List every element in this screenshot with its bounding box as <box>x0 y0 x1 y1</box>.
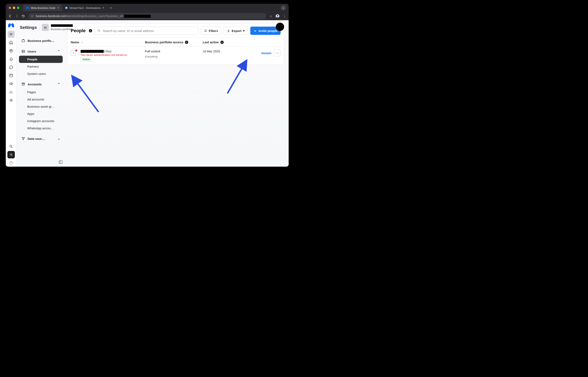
sidebar-item-system-users[interactable]: System users <box>19 70 63 77</box>
svg-rect-5 <box>33 16 33 17</box>
sidebar-item-apps[interactable]: Apps <box>19 110 63 117</box>
svg-point-23 <box>205 31 205 32</box>
caret-down-icon: ▾ <box>243 29 245 33</box>
chevron-down-icon: ⌄ <box>58 137 60 141</box>
rail-compass-icon[interactable] <box>7 47 15 54</box>
svg-point-21 <box>98 30 100 31</box>
rail-account-switcher[interactable]: M <box>7 31 15 38</box>
search-input-wrapper[interactable] <box>95 27 198 35</box>
rail-insights-icon[interactable] <box>7 88 15 96</box>
browser-titlebar: Meta Business Suite ✕ StreamYard - Desti… <box>6 4 289 12</box>
svg-rect-3 <box>33 15 33 16</box>
info-icon[interactable]: i <box>89 29 92 32</box>
portfolio-switcher[interactable]: M Business portfolio <box>42 24 73 31</box>
search-icon <box>97 29 101 32</box>
info-icon[interactable]: i <box>220 41 224 44</box>
main-panel: People i Filters Export ▾ <box>65 20 289 167</box>
chevron-up-icon: ⌃ <box>58 82 60 86</box>
meta-logo-icon[interactable] <box>8 22 14 28</box>
streamyard-favicon <box>65 6 68 9</box>
profile-icon[interactable] <box>276 14 280 18</box>
user-avatar[interactable] <box>276 23 284 31</box>
rail-megaphone-icon[interactable] <box>7 80 15 87</box>
window-minimize-button[interactable] <box>13 7 15 9</box>
left-icon-rail: M <box>6 20 16 167</box>
sidebar-item-whatsapp-accounts[interactable]: WhatsApp accou… <box>19 125 63 132</box>
rail-search-icon[interactable] <box>7 143 15 150</box>
tabs-overflow-button[interactable]: ⌄ <box>281 5 286 10</box>
bookmark-star-icon[interactable]: ☆ <box>269 14 272 18</box>
svg-point-1 <box>66 7 67 9</box>
sidebar-item-business-portfolio[interactable]: Business portfo… <box>19 37 63 45</box>
forward-button[interactable] <box>15 14 19 18</box>
plus-icon: ＋ <box>254 29 257 33</box>
alert-badge-icon <box>75 49 78 52</box>
id-card-icon <box>22 49 25 53</box>
rail-hamburger-icon[interactable] <box>7 96 15 104</box>
sliders-icon <box>204 29 207 32</box>
details-link[interactable]: Details <box>261 51 272 55</box>
column-name[interactable]: Name <box>71 40 79 44</box>
sidebar-label: Business portfo… <box>28 39 54 43</box>
sidebar-item-partners[interactable]: Partners <box>19 63 63 70</box>
svg-point-11 <box>11 154 12 155</box>
svg-point-7 <box>277 15 278 16</box>
sidebar-collapse-icon[interactable] <box>58 160 63 164</box>
svg-point-18 <box>24 137 24 138</box>
archive-icon <box>22 82 25 86</box>
portfolio-avatar: M <box>42 24 49 31</box>
last-active-date: 10 Mar 2025 <box>203 49 220 53</box>
user-row-icon <box>71 49 77 56</box>
download-icon <box>227 29 230 32</box>
browser-tab-active[interactable]: Meta Business Suite ✕ <box>23 5 62 11</box>
search-input[interactable] <box>103 29 196 33</box>
reload-button[interactable] <box>22 14 25 18</box>
sidebar-label: Accounts <box>28 82 42 86</box>
svg-point-22 <box>206 30 206 30</box>
sidebar-item-ad-accounts[interactable]: Ad accounts <box>19 96 63 103</box>
tab-close-icon[interactable]: ✕ <box>102 6 104 9</box>
browser-menu-icon[interactable]: ⋮ <box>283 14 286 18</box>
rail-help-icon[interactable] <box>7 159 15 167</box>
filters-button[interactable]: Filters <box>201 27 221 35</box>
address-bar[interactable]: business.facebook.com/latest/settings/bu… <box>28 13 266 19</box>
sidebar-label: Data sour… <box>28 137 45 141</box>
export-button[interactable]: Export ▾ <box>224 27 248 35</box>
window-maximize-button[interactable] <box>17 7 19 9</box>
svg-rect-16 <box>22 83 25 83</box>
rail-bell-icon[interactable] <box>7 55 15 63</box>
sidebar-item-instagram-accounts[interactable]: Instagram accounts <box>19 117 63 125</box>
svg-rect-2 <box>31 15 32 16</box>
table-header: Name ↑↓ Business portfolio access i Last… <box>68 38 284 47</box>
site-settings-icon[interactable] <box>31 15 34 18</box>
svg-point-10 <box>10 145 12 147</box>
svg-point-24 <box>73 52 74 53</box>
redacted-user-name <box>81 50 104 53</box>
access-scope: Everything <box>145 55 158 58</box>
back-button[interactable] <box>8 14 12 18</box>
sidebar-section-accounts[interactable]: Accounts ⌃ <box>19 80 63 88</box>
browser-tab[interactable]: StreamYard - Destinations ✕ <box>62 5 107 11</box>
sidebar-item-business-asset-groups[interactable]: Business asset gr… <box>19 103 63 110</box>
sort-icon[interactable]: ↑↓ <box>81 41 83 44</box>
info-icon[interactable]: i <box>185 41 188 44</box>
sidebar-section-users[interactable]: Users ⌃ <box>19 47 63 55</box>
access-level: Full control <box>145 49 160 53</box>
rail-home-icon[interactable] <box>7 39 15 46</box>
sidebar-section-data-sources[interactable]: Data sour… ⌄ <box>19 135 63 142</box>
rail-chat-icon[interactable] <box>7 63 15 71</box>
svg-point-17 <box>22 137 23 138</box>
row-more-button[interactable]: ⋯ <box>274 49 281 57</box>
rail-settings-icon[interactable] <box>7 151 15 158</box>
table-row[interactable]: (You) Two-factor authentication not turn… <box>68 47 284 64</box>
tab-close-icon[interactable]: ✕ <box>57 6 59 9</box>
nodes-icon <box>22 137 25 141</box>
page-title: Settings <box>20 25 37 30</box>
sidebar-item-pages[interactable]: Pages <box>19 88 63 96</box>
window-close-button[interactable] <box>9 7 11 9</box>
rail-posts-icon[interactable] <box>7 72 15 79</box>
sidebar-label: Users <box>28 50 36 53</box>
new-tab-button[interactable]: ＋ <box>108 5 113 10</box>
sidebar-item-people[interactable]: People <box>19 56 63 63</box>
url-text: business.facebook.com/latest/settings/bu… <box>36 14 151 18</box>
